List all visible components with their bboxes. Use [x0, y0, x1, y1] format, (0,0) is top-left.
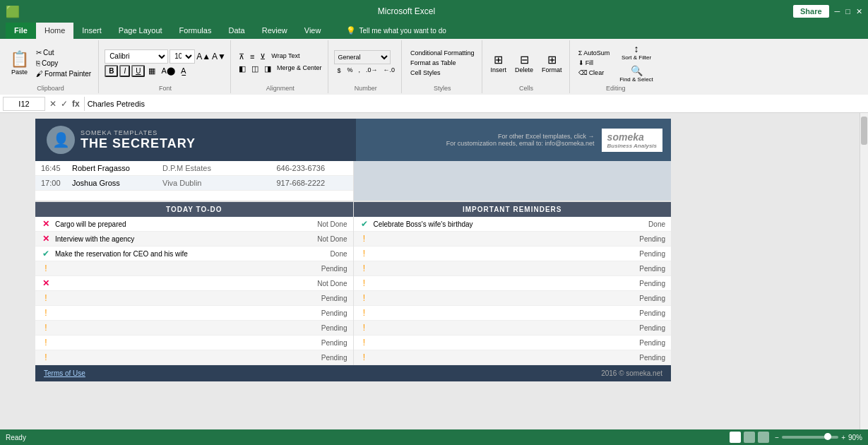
- tab-insert[interactable]: Insert: [73, 23, 110, 39]
- sort-filter-button[interactable]: ↕ Sort & Filter: [617, 42, 656, 62]
- paste-area: 📋 Paste: [7, 49, 32, 77]
- ribbon-group-font: Calibri 10 A▲ A▼ B I U ▦ A⬤ A̲ F: [100, 40, 231, 93]
- zoom-out-icon[interactable]: −: [775, 434, 779, 441]
- insert-function-icon[interactable]: fx: [71, 99, 81, 109]
- format-button[interactable]: ⊞ Format: [539, 52, 565, 75]
- fill-button[interactable]: ⬇ Fill: [576, 59, 613, 67]
- delete-button[interactable]: ⊟ Delete: [512, 52, 536, 75]
- reminders-column: IMPORTANT REMINDERS ✔ Celebrate Boss's w…: [354, 202, 672, 365]
- find-select-button[interactable]: 🔍 Find & Select: [617, 64, 656, 84]
- warn-icon: !: [41, 352, 51, 362]
- warn-icon: !: [359, 263, 369, 273]
- tab-page-layout[interactable]: Page Layout: [110, 23, 171, 39]
- percent-icon[interactable]: $: [334, 66, 343, 76]
- bold-button[interactable]: B: [105, 65, 118, 77]
- number-format-select[interactable]: General: [334, 50, 391, 64]
- comma-icon[interactable]: %: [345, 66, 355, 76]
- merge-center-button[interactable]: Merge & Center: [275, 64, 324, 74]
- copy-button[interactable]: ⎘ Copy: [33, 59, 94, 68]
- two-column-section: TODAY TO-DO ✕ Cargo will be prepared Not…: [35, 201, 671, 365]
- underline-button[interactable]: U: [131, 65, 145, 77]
- align-middle-icon[interactable]: ≡: [248, 52, 256, 62]
- list-item: ! Pending: [354, 276, 672, 291]
- font-options: Calibri 10 A▲ A▼ B I U ▦ A⬤ A̲: [105, 49, 226, 77]
- zoom-level[interactable]: 90%: [848, 434, 862, 441]
- share-button[interactable]: Share: [793, 5, 829, 18]
- list-item: ! Pending: [354, 291, 672, 306]
- check-icon: ✔: [359, 219, 369, 229]
- list-item: ! Pending: [35, 321, 353, 336]
- decrease-decimal-icon[interactable]: ←.0: [381, 66, 398, 76]
- copy-icon: ⎘: [36, 59, 40, 67]
- page-break-view-icon[interactable]: [758, 432, 769, 443]
- wrap-text-icon[interactable]: Wrap Text: [269, 52, 302, 62]
- schedule-right: [354, 161, 672, 201]
- editing-controls: Σ AutoSum ⬇ Fill ⌫ Clear ↕ Sort & Filter: [576, 42, 656, 84]
- normal-view-icon[interactable]: [730, 432, 741, 443]
- scrollbar-thumb[interactable]: [861, 117, 867, 145]
- lightbulb-icon: 💡: [346, 26, 356, 35]
- list-item: ✕ Interview with the agency Not Done: [35, 232, 353, 247]
- tab-review[interactable]: Review: [254, 23, 296, 39]
- font-name-select[interactable]: Calibri: [105, 49, 168, 64]
- warn-icon: !: [359, 338, 369, 348]
- decrease-font-icon[interactable]: A▼: [212, 52, 226, 61]
- tell-me-box[interactable]: 💡 Tell me what you want to do: [338, 23, 454, 39]
- font-color-icon[interactable]: A̲: [179, 66, 189, 76]
- close-icon[interactable]: ✕: [856, 7, 862, 16]
- borders-icon[interactable]: ▦: [146, 66, 157, 76]
- warn-icon: !: [41, 308, 51, 318]
- tab-home[interactable]: Home: [36, 23, 73, 39]
- cancel-formula-icon[interactable]: ✕: [48, 99, 58, 109]
- clear-button[interactable]: ⌫ Clear: [576, 69, 613, 77]
- zoom-in-icon[interactable]: +: [841, 434, 845, 441]
- cut-button[interactable]: ✂ Cut: [33, 48, 94, 57]
- font-size-select[interactable]: 10: [170, 49, 195, 64]
- list-item: ! Pending: [354, 336, 672, 350]
- align-bottom-icon[interactable]: ⊻: [258, 52, 268, 62]
- terms-of-use-link[interactable]: Terms of Use: [44, 369, 85, 377]
- vertical-scrollbar[interactable]: [860, 113, 868, 445]
- conditional-formatting-button[interactable]: Conditional Formatting: [408, 49, 477, 57]
- list-item: ! Pending: [354, 350, 672, 365]
- page-layout-view-icon[interactable]: [744, 432, 755, 443]
- confirm-formula-icon[interactable]: ✓: [59, 99, 69, 109]
- minimize-icon[interactable]: ─: [835, 7, 840, 16]
- schedule-row: 17:00 Joshua Gross Viva Dublin 917-668-2…: [35, 176, 353, 191]
- todo-column: TODAY TO-DO ✕ Cargo will be prepared Not…: [35, 202, 354, 365]
- format-painter-button[interactable]: 🖌 Format Painter: [33, 69, 94, 78]
- warn-icon: !: [359, 234, 369, 244]
- eraser-icon: ⌫: [578, 69, 588, 76]
- x-icon: ✕: [41, 234, 51, 244]
- insert-button[interactable]: ⊞ Insert: [488, 52, 510, 75]
- cell-reference-input[interactable]: [3, 97, 45, 111]
- align-center-icon[interactable]: ◫: [249, 64, 261, 74]
- autosum-button[interactable]: Σ AutoSum: [576, 49, 613, 57]
- tab-data[interactable]: Data: [220, 23, 253, 39]
- list-item: ✔ Celebrate Boss's wife's birthday Done: [354, 217, 672, 232]
- maximize-icon[interactable]: □: [845, 7, 850, 16]
- tab-view[interactable]: View: [296, 23, 330, 39]
- cell-styles-button[interactable]: Cell Styles: [408, 69, 477, 77]
- clipboard-controls: 📋 Paste ✂ Cut ⎘ Copy 🖌 Format Painter: [7, 42, 94, 84]
- align-left-icon[interactable]: ◧: [237, 64, 248, 74]
- thousands-icon[interactable]: ,: [356, 66, 362, 76]
- number-label: Number: [355, 85, 377, 92]
- formula-input[interactable]: [84, 97, 865, 111]
- fill-icon: ⬇: [578, 59, 584, 66]
- align-right-icon[interactable]: ◨: [262, 64, 273, 74]
- fill-color-icon[interactable]: A⬤: [159, 66, 177, 76]
- format-as-table-button[interactable]: Format as Table: [408, 59, 477, 67]
- italic-button[interactable]: I: [119, 65, 130, 77]
- zoom-slider[interactable]: [782, 436, 838, 439]
- avatar: 👤: [47, 126, 75, 154]
- tab-file[interactable]: File: [6, 23, 36, 39]
- increase-font-icon[interactable]: A▲: [196, 52, 210, 61]
- increase-decimal-icon[interactable]: .0→: [364, 66, 380, 76]
- align-top-icon[interactable]: ⊼: [237, 52, 246, 62]
- tab-formulas[interactable]: Formulas: [171, 23, 220, 39]
- styles-label: Styles: [434, 85, 451, 92]
- list-item: ! Pending: [354, 232, 672, 247]
- paste-button[interactable]: 📋 Paste: [7, 49, 32, 77]
- cut-icon: ✂: [36, 49, 42, 57]
